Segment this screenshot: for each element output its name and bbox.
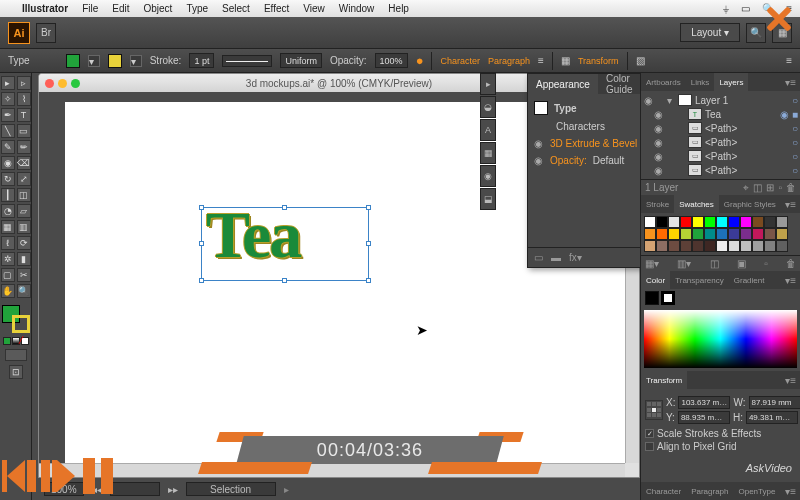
swatch[interactable] bbox=[656, 240, 668, 252]
artwork-text-tea[interactable]: Tea bbox=[206, 202, 300, 268]
transform-y-field[interactable]: 88.935 m… bbox=[678, 411, 730, 424]
rectangle-tool[interactable]: ▭ bbox=[17, 124, 31, 138]
swatch[interactable] bbox=[728, 216, 740, 228]
shape-builder-tool[interactable]: ◔ bbox=[1, 204, 15, 218]
color-tab[interactable]: Color bbox=[641, 271, 670, 289]
video-next-button[interactable] bbox=[52, 460, 75, 492]
dock-icon-6[interactable]: ⬓ bbox=[480, 188, 496, 210]
layer-visibility-icon[interactable]: ◉ bbox=[653, 165, 663, 176]
swatch[interactable] bbox=[668, 228, 680, 240]
gradient-tab[interactable]: Gradient bbox=[729, 271, 770, 289]
line-tool[interactable]: ╲ bbox=[1, 124, 15, 138]
stroke-weight-field[interactable]: 1 pt bbox=[189, 53, 214, 68]
stroke-profile-field[interactable]: Uniform bbox=[280, 53, 322, 68]
video-prev-button[interactable] bbox=[2, 460, 25, 492]
swatch[interactable] bbox=[764, 228, 776, 240]
menu-file[interactable]: File bbox=[82, 3, 98, 14]
blend-tool[interactable]: ⟳ bbox=[17, 236, 31, 250]
swatch[interactable] bbox=[776, 240, 788, 252]
color-spectrum[interactable] bbox=[644, 310, 797, 368]
eyedropper-tool[interactable]: ℓ bbox=[1, 236, 15, 250]
sublayer-name[interactable]: <Path> bbox=[705, 151, 737, 162]
rotate-tool[interactable]: ↻ bbox=[1, 172, 15, 186]
align-icon[interactable]: ▦ bbox=[561, 55, 570, 66]
transform-w-field[interactable]: 87.919 mm bbox=[749, 396, 801, 409]
swatch[interactable] bbox=[716, 240, 728, 252]
swatch[interactable] bbox=[656, 216, 668, 228]
swatch[interactable] bbox=[716, 216, 728, 228]
transform-tab[interactable]: Transform bbox=[641, 371, 687, 389]
swatch[interactable] bbox=[776, 228, 788, 240]
swatch[interactable] bbox=[668, 216, 680, 228]
stroke-swatch[interactable] bbox=[108, 54, 122, 68]
stroke-color-indicator[interactable] bbox=[12, 315, 30, 333]
swatch[interactable] bbox=[680, 228, 692, 240]
swatch[interactable] bbox=[740, 216, 752, 228]
minimize-window-icon[interactable] bbox=[58, 79, 67, 88]
swatches-panel-menu-icon[interactable]: ▾≡ bbox=[781, 199, 800, 210]
zoom-tool[interactable]: 🔍 bbox=[17, 284, 31, 298]
appearance-panel[interactable]: Appearance Color Guide ▸▸ ▾≡ Type Charac… bbox=[527, 73, 640, 268]
menu-help[interactable]: Help bbox=[388, 3, 409, 14]
menu-window[interactable]: Window bbox=[339, 3, 375, 14]
type-panel-menu-icon[interactable]: ▾≡ bbox=[781, 486, 800, 497]
video-small-pause-button[interactable] bbox=[27, 460, 50, 492]
swatch[interactable] bbox=[692, 216, 704, 228]
symbol-sprayer-tool[interactable]: ✲ bbox=[1, 252, 15, 266]
character-bottom-tab[interactable]: Character bbox=[641, 482, 686, 500]
swatch[interactable] bbox=[644, 228, 656, 240]
dock-icon-3[interactable]: A bbox=[480, 119, 496, 141]
window-traffic-lights[interactable] bbox=[45, 79, 80, 88]
menu-view[interactable]: View bbox=[303, 3, 325, 14]
stroke-panel-tab[interactable]: Stroke bbox=[641, 195, 674, 213]
paintbrush-tool[interactable]: ✎ bbox=[1, 140, 15, 154]
artboard-tool[interactable]: ▢ bbox=[1, 268, 15, 282]
delete-layer-icon[interactable]: 🗑 bbox=[786, 182, 796, 194]
lasso-tool[interactable]: ⌇ bbox=[17, 92, 31, 106]
menu-effect[interactable]: Effect bbox=[264, 3, 289, 14]
paragraph-panel-link[interactable]: Paragraph bbox=[488, 56, 530, 66]
scale-tool[interactable]: ⤢ bbox=[17, 172, 31, 186]
layers-list[interactable]: ◉▾Layer 1○ ◉TTea◉■ ◉▭<Path>○ ◉▭<Path>○ ◉… bbox=[641, 91, 800, 179]
add-fill-icon[interactable]: ▬ bbox=[551, 252, 561, 263]
opacity-field[interactable]: 100% bbox=[375, 53, 408, 68]
swatches-tab[interactable]: Swatches bbox=[674, 195, 719, 213]
appearance-tab[interactable]: Appearance bbox=[528, 74, 598, 94]
paragraph-bottom-tab[interactable]: Paragraph bbox=[686, 482, 733, 500]
video-pause-button[interactable] bbox=[83, 458, 113, 494]
recolor-artwork-icon[interactable]: ● bbox=[416, 53, 424, 68]
dock-icon-5[interactable]: ◉ bbox=[480, 165, 496, 187]
artboards-tab[interactable]: Artboards bbox=[641, 73, 686, 91]
color-guide-tab[interactable]: Color Guide bbox=[598, 74, 640, 94]
workspace-layout-dropdown[interactable]: Layout ▾ bbox=[680, 23, 740, 42]
add-effect-menu-icon[interactable]: fx▾ bbox=[569, 252, 582, 263]
layer-visibility-icon[interactable]: ◉ bbox=[653, 137, 663, 148]
new-sublayer-icon[interactable]: ⊞ bbox=[766, 182, 774, 194]
hand-tool[interactable]: ✋ bbox=[1, 284, 15, 298]
stroke-profile-preview[interactable] bbox=[222, 55, 272, 67]
dock-icon-1[interactable]: ▸ bbox=[480, 73, 496, 95]
selection-bounding-box[interactable]: Tea bbox=[201, 207, 369, 281]
swatch[interactable] bbox=[752, 216, 764, 228]
swatch-kinds-icon[interactable]: ▥▾ bbox=[677, 258, 691, 269]
perspective-tool[interactable]: ▱ bbox=[17, 204, 31, 218]
direct-selection-tool[interactable]: ▹ bbox=[17, 76, 31, 90]
sublayer-name[interactable]: <Path> bbox=[705, 165, 737, 176]
layers-panel-menu-icon[interactable]: ▾≡ bbox=[781, 77, 800, 88]
swatch-options-icon[interactable]: ◫ bbox=[710, 258, 719, 269]
swatch[interactable] bbox=[704, 216, 716, 228]
reference-point-selector[interactable] bbox=[645, 400, 663, 420]
width-tool[interactable]: ┃ bbox=[1, 188, 15, 202]
mesh-tool[interactable]: ▦ bbox=[1, 220, 15, 234]
toolbox-collapse-icon[interactable]: ⊡ bbox=[9, 365, 23, 379]
swatch[interactable] bbox=[704, 228, 716, 240]
menu-object[interactable]: Object bbox=[143, 3, 172, 14]
bridge-icon[interactable]: Br bbox=[36, 23, 56, 43]
free-transform-tool[interactable]: ◫ bbox=[17, 188, 31, 202]
transform-panel-menu-icon[interactable]: ▾≡ bbox=[781, 375, 800, 386]
pencil-tool[interactable]: ✏ bbox=[17, 140, 31, 154]
magic-wand-tool[interactable]: ✧ bbox=[1, 92, 15, 106]
menubar-wifi-icon[interactable]: ⏚ bbox=[723, 3, 729, 14]
fill-dropdown-icon[interactable]: ▾ bbox=[88, 55, 100, 67]
character-panel-link[interactable]: Character bbox=[440, 56, 480, 66]
